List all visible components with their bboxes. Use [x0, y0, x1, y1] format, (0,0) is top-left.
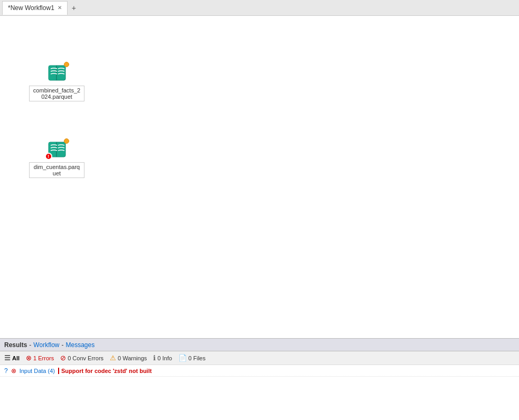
results-nav-messages[interactable]: Messages [65, 341, 95, 349]
node-dim-cuentas[interactable]: ! dim_cuentas.parquet [29, 137, 84, 178]
results-panel: Results - Workflow - Messages ☰ All ⊗ 1 … [0, 338, 519, 420]
file-icon: 📄 [178, 354, 187, 362]
tab-bar: *New Workflow1 ✕ + [0, 0, 519, 16]
filter-conv-errors-label: 0 Conv Errors [68, 355, 103, 361]
node-error-dot: ! [45, 153, 52, 160]
tab-new-workflow1[interactable]: *New Workflow1 ✕ [2, 1, 68, 15]
warning-icon: ⚠ [110, 354, 116, 362]
results-header: Results - Workflow - Messages [0, 339, 519, 351]
info-icon: ℹ [153, 354, 156, 362]
node-icon-wrapper [44, 61, 70, 85]
add-tab-button[interactable]: + [68, 1, 80, 15]
filter-files-button[interactable]: 📄 0 Files [178, 354, 205, 362]
filter-warnings-button[interactable]: ⚠ 0 Warnings [110, 354, 147, 362]
node-combined-facts[interactable]: combined_facts_2024.parquet [29, 61, 84, 101]
node-label: combined_facts_2024.parquet [29, 86, 84, 101]
svg-rect-2 [56, 66, 57, 80]
help-icon[interactable]: ? [4, 367, 8, 375]
svg-rect-5 [56, 142, 57, 157]
filter-errors-button[interactable]: ⊗ 1 Errors [26, 354, 54, 362]
filter-errors-label: 1 Errors [33, 355, 54, 361]
result-row: ? ⊗ Input Data (4) Support for codec 'zs… [0, 365, 519, 377]
filter-conv-errors-button[interactable]: ⊘ 0 Conv Errors [60, 354, 103, 362]
filter-info-label: 0 Info [157, 355, 172, 361]
workflow-canvas: combined_facts_2024.parquet ! dim_cuenta… [0, 16, 519, 338]
filter-warnings-label: 0 Warnings [118, 355, 147, 361]
error-icon: ⊗ [26, 354, 32, 362]
result-source-link[interactable]: Input Data (4) [20, 368, 55, 374]
results-list: ? ⊗ Input Data (4) Support for codec 'zs… [0, 365, 519, 420]
result-message: Support for codec 'zstd' not built [58, 368, 152, 374]
node-icon-wrapper-2: ! [44, 137, 70, 161]
node-status-dot-2 [64, 138, 69, 144]
filter-files-label: 0 Files [188, 355, 205, 361]
row-error-icon: ⊗ [11, 367, 16, 375]
results-toolbar: ☰ All ⊗ 1 Errors ⊘ 0 Conv Errors ⚠ 0 War… [0, 351, 519, 365]
conv-error-icon: ⊘ [60, 354, 66, 362]
list-icon: ☰ [4, 354, 11, 362]
node-status-dot [64, 62, 69, 67]
results-title: Results [4, 341, 27, 349]
tab-label: *New Workflow1 [8, 4, 54, 12]
filter-all-label: All [12, 355, 20, 361]
results-nav-workflow[interactable]: Workflow [33, 341, 59, 349]
results-separator2: - [61, 341, 63, 349]
results-separator: - [29, 341, 31, 349]
svg-rect-1 [49, 66, 57, 80]
filter-all-button[interactable]: ☰ All [4, 354, 20, 362]
filter-info-button[interactable]: ℹ 0 Info [153, 354, 172, 362]
node-label-2: dim_cuentas.parquet [29, 162, 84, 178]
tab-close-button[interactable]: ✕ [58, 5, 62, 11]
